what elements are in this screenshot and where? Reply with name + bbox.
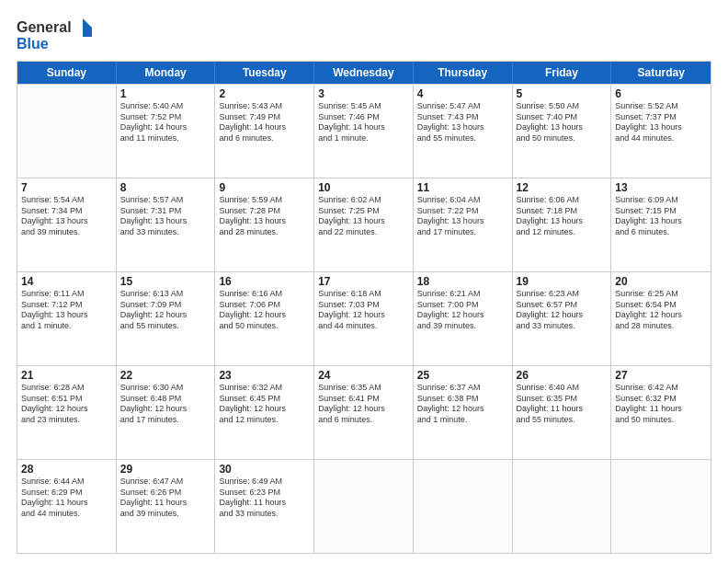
cal-cell: 1Sunrise: 5:40 AMSunset: 7:52 PMDaylight… (117, 85, 216, 178)
cell-line: Sunset: 7:52 PM (120, 112, 211, 123)
cell-line: Daylight: 12 hours (615, 310, 707, 321)
cell-line: and 1 minute. (21, 321, 112, 332)
cal-cell: 3Sunrise: 5:45 AMSunset: 7:46 PMDaylight… (314, 85, 414, 178)
day-number: 12 (517, 181, 608, 194)
cell-line: Sunset: 7:43 PM (417, 112, 508, 123)
cal-cell (17, 85, 117, 178)
svg-text:General: General (17, 19, 72, 35)
cell-line: and 33 minutes. (120, 227, 211, 238)
cal-cell: 25Sunrise: 6:37 AMSunset: 6:38 PMDayligh… (414, 366, 513, 459)
header: GeneralBlue (17, 17, 711, 53)
cell-line: Sunset: 6:29 PM (21, 488, 112, 499)
day-number: 10 (318, 181, 409, 194)
cal-cell: 24Sunrise: 6:35 AMSunset: 6:41 PMDayligh… (314, 366, 414, 459)
cell-line: Sunrise: 5:52 AM (615, 101, 707, 112)
day-number: 14 (21, 275, 112, 288)
day-number: 16 (219, 275, 310, 288)
cell-line: Sunset: 6:45 PM (219, 394, 310, 405)
cell-line: Daylight: 13 hours (615, 122, 707, 133)
cell-line: Sunset: 7:09 PM (120, 300, 211, 311)
cell-line: Daylight: 12 hours (120, 404, 211, 415)
cell-line: Sunrise: 5:45 AM (318, 101, 409, 112)
cell-line: Sunset: 7:34 PM (21, 206, 112, 217)
cell-line: Sunrise: 6:06 AM (517, 195, 608, 206)
cell-line: Daylight: 13 hours (417, 122, 508, 133)
cell-line: Sunrise: 6:13 AM (120, 289, 211, 300)
cell-line: Sunset: 7:12 PM (21, 300, 112, 311)
cell-line: and 55 minutes. (517, 415, 608, 426)
cal-cell: 15Sunrise: 6:13 AMSunset: 7:09 PMDayligh… (117, 272, 216, 365)
day-number: 2 (219, 87, 310, 100)
cell-line: Sunset: 6:38 PM (417, 394, 508, 405)
cell-line: Sunrise: 6:49 AM (219, 477, 310, 488)
cell-line: Sunset: 7:49 PM (219, 112, 310, 123)
cal-cell (513, 460, 612, 553)
cell-line: and 1 minute. (417, 415, 508, 426)
day-number: 7 (21, 181, 112, 194)
cal-cell: 2Sunrise: 5:43 AMSunset: 7:49 PMDaylight… (215, 85, 314, 178)
cell-line: Sunrise: 6:44 AM (21, 477, 112, 488)
cell-line: Sunset: 6:48 PM (120, 394, 211, 405)
cell-line: Sunrise: 6:47 AM (120, 477, 211, 488)
cell-line: Sunrise: 6:18 AM (318, 289, 409, 300)
cell-line: and 39 minutes. (120, 509, 211, 520)
day-number: 26 (517, 369, 608, 382)
cal-cell: 16Sunrise: 6:16 AMSunset: 7:06 PMDayligh… (215, 272, 314, 365)
day-header-tuesday: Tuesday (215, 62, 314, 84)
cal-cell: 11Sunrise: 6:04 AMSunset: 7:22 PMDayligh… (414, 178, 513, 271)
cal-cell: 6Sunrise: 5:52 AMSunset: 7:37 PMDaylight… (611, 85, 711, 178)
cell-line: and 50 minutes. (219, 321, 310, 332)
cell-line: Daylight: 12 hours (120, 310, 211, 321)
cal-cell: 26Sunrise: 6:40 AMSunset: 6:35 PMDayligh… (513, 366, 612, 459)
cell-line: Sunset: 7:25 PM (318, 206, 409, 217)
day-number: 3 (318, 87, 409, 100)
cell-line: and 28 minutes. (615, 321, 707, 332)
cell-line: Sunset: 6:32 PM (615, 394, 707, 405)
cell-line: Sunset: 7:15 PM (615, 206, 707, 217)
cell-line: Daylight: 12 hours (219, 404, 310, 415)
calendar-body: 1Sunrise: 5:40 AMSunset: 7:52 PMDaylight… (17, 84, 711, 553)
cal-cell: 8Sunrise: 5:57 AMSunset: 7:31 PMDaylight… (117, 178, 216, 271)
cal-cell (314, 460, 414, 553)
day-header-monday: Monday (117, 62, 216, 84)
cell-line: Sunrise: 6:02 AM (318, 195, 409, 206)
cell-line: Sunset: 6:35 PM (517, 394, 608, 405)
day-header-thursday: Thursday (414, 62, 513, 84)
logo-svg: GeneralBlue (17, 17, 99, 53)
cell-line: and 6 minutes. (318, 415, 409, 426)
cell-line: and 33 minutes. (219, 509, 310, 520)
day-number: 18 (417, 275, 508, 288)
cell-line: Daylight: 13 hours (21, 216, 112, 227)
cell-line: and 39 minutes. (21, 227, 112, 238)
cal-cell: 17Sunrise: 6:18 AMSunset: 7:03 PMDayligh… (314, 272, 414, 365)
cell-line: Sunset: 6:57 PM (517, 300, 608, 311)
day-number: 24 (318, 369, 409, 382)
cell-line: and 55 minutes. (417, 133, 508, 144)
svg-rect-2 (83, 28, 92, 37)
day-number: 6 (615, 87, 707, 100)
week-row-4: 21Sunrise: 6:28 AMSunset: 6:51 PMDayligh… (17, 365, 711, 459)
cal-cell: 22Sunrise: 6:30 AMSunset: 6:48 PMDayligh… (117, 366, 216, 459)
cell-line: and 6 minutes. (615, 227, 707, 238)
cell-line: Sunrise: 6:32 AM (219, 383, 310, 394)
cell-line: Sunrise: 6:28 AM (21, 383, 112, 394)
day-header-sunday: Sunday (17, 62, 117, 84)
cell-line: Sunrise: 5:59 AM (219, 195, 310, 206)
cell-line: Sunset: 6:54 PM (615, 300, 707, 311)
cal-cell: 4Sunrise: 5:47 AMSunset: 7:43 PMDaylight… (414, 85, 513, 178)
cell-line: Daylight: 13 hours (21, 310, 112, 321)
calendar: SundayMondayTuesdayWednesdayThursdayFrid… (17, 61, 711, 554)
day-number: 8 (120, 181, 211, 194)
cell-line: Daylight: 12 hours (318, 404, 409, 415)
week-row-2: 7Sunrise: 5:54 AMSunset: 7:34 PMDaylight… (17, 178, 711, 271)
day-number: 11 (417, 181, 508, 194)
day-number: 1 (120, 87, 211, 100)
cal-cell: 30Sunrise: 6:49 AMSunset: 6:23 PMDayligh… (215, 460, 314, 553)
cell-line: Daylight: 12 hours (517, 310, 608, 321)
cell-line: Sunset: 7:03 PM (318, 300, 409, 311)
cell-line: Daylight: 11 hours (21, 498, 112, 509)
cell-line: and 12 minutes. (517, 227, 608, 238)
cell-line: Sunrise: 6:21 AM (417, 289, 508, 300)
cell-line: Sunset: 7:46 PM (318, 112, 409, 123)
cal-cell: 21Sunrise: 6:28 AMSunset: 6:51 PMDayligh… (17, 366, 117, 459)
